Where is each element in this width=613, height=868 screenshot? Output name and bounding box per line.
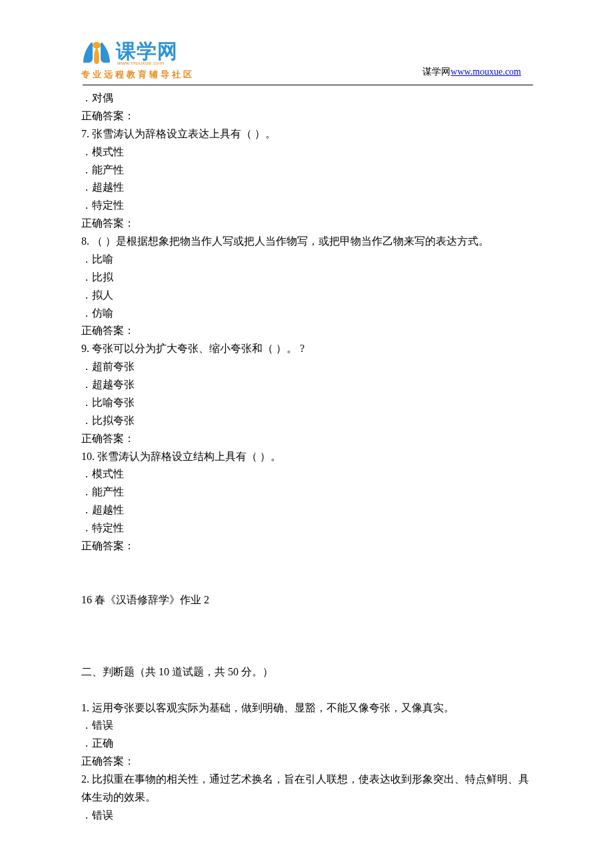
spacer [81, 681, 534, 699]
spacer [81, 555, 534, 591]
option-text: ．错误 [81, 717, 534, 735]
logo-block: 课学网 www.mouxue.com 专业远程教育辅导社区 [81, 40, 195, 81]
section-heading: 二、判断题（共 10 道试题，共 50 分。） [81, 663, 534, 681]
logo-text-wrap: 课学网 www.mouxue.com [116, 41, 178, 66]
option-text: ．超越夸张 [81, 376, 534, 394]
option-text: ．正确 [81, 735, 534, 753]
option-text: ．能产性 [81, 483, 534, 501]
option-text: ．模式性 [81, 143, 534, 161]
page-header: 课学网 www.mouxue.com 专业远程教育辅导社区 谋学网www.mou… [81, 40, 534, 81]
logo-icon [81, 40, 112, 67]
option-text: ．特定性 [81, 519, 534, 537]
question-stem: 7. 张雪涛认为辞格设立表达上具有（ ）。 [81, 125, 534, 143]
answer-label: 正确答案： [81, 537, 534, 555]
option-text: ．能产性 [81, 161, 534, 179]
logo-tagline: 专业远程教育辅导社区 [81, 69, 195, 81]
svg-point-0 [93, 42, 101, 49]
answer-label: 正确答案： [81, 753, 534, 771]
question-stem: 10. 张雪涛认为辞格设立结构上具有（ ）。 [81, 448, 534, 466]
header-divider [83, 85, 533, 85]
question-stem: 9. 夸张可以分为扩大夸张、缩小夸张和（ ）。 ? [81, 340, 534, 358]
option-text: ．仿喻 [81, 305, 534, 323]
option-text: ．特定性 [81, 197, 534, 215]
option-text: ．超越性 [81, 179, 534, 197]
option-text: ．比拟 [81, 269, 534, 287]
spacer [81, 645, 534, 663]
answer-label: 正确答案： [81, 322, 534, 340]
option-text: ．模式性 [81, 465, 534, 483]
option-text: ．超前夸张 [81, 358, 534, 376]
option-text: ．对偶 [81, 89, 534, 107]
question-stem: 8. （ ）是根据想象把物当作人写或把人当作物写，或把甲物当作乙物来写的表达方式… [81, 233, 534, 251]
option-text: ．错误 [81, 807, 534, 825]
option-text: ．比喻 [81, 251, 534, 269]
section-title: 16 春《汉语修辞学》作业 2 [81, 591, 534, 609]
site-reference: 谋学网www.mouxue.com [422, 66, 521, 81]
question-stem: 2. 比拟重在事物的相关性，通过艺术换名，旨在引人联想，使表达收到形象突出、特点… [81, 771, 534, 807]
logo-top: 课学网 www.mouxue.com [81, 40, 178, 67]
option-text: ．比喻夸张 [81, 394, 534, 412]
logo-text: 课学网 [116, 41, 178, 61]
option-text: ．超越性 [81, 501, 534, 519]
option-text: ．比拟夸张 [81, 412, 534, 430]
spacer [81, 609, 534, 645]
answer-label: 正确答案： [81, 215, 534, 233]
option-text: ．拟人 [81, 287, 534, 305]
content-body: ．对偶 正确答案： 7. 张雪涛认为辞格设立表达上具有（ ）。 ．模式性 ．能产… [81, 89, 534, 825]
site-url-link[interactable]: www.mouxue.com [450, 67, 521, 77]
answer-label: 正确答案： [81, 107, 534, 125]
answer-label: 正确答案： [81, 430, 534, 448]
question-stem: 1. 运用夸张要以客观实际为基础，做到明确、显豁，不能又像夸张，又像真实。 [81, 699, 534, 717]
site-label: 谋学网 [422, 67, 450, 77]
page-container: 课学网 www.mouxue.com 专业远程教育辅导社区 谋学网www.mou… [0, 0, 613, 868]
